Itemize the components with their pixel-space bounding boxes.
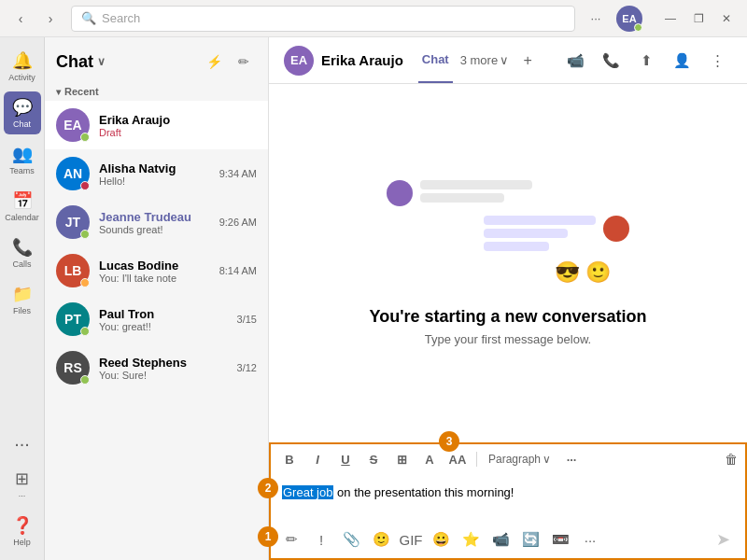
- step2-badge: 2: [258, 478, 278, 498]
- audio-call-button[interactable]: 📞: [596, 46, 626, 76]
- table-button[interactable]: ⊞: [390, 448, 413, 470]
- chat-time-jeanne: 9:26 AM: [219, 217, 257, 228]
- sidebar-item-apps[interactable]: ⊞ ···: [4, 463, 41, 506]
- header-contact-name: Erika Araujo: [321, 52, 403, 68]
- paragraph-select[interactable]: Paragraph ∨: [485, 451, 555, 468]
- back-button[interactable]: ‹: [7, 6, 34, 32]
- window-controls: — ❐ ✕: [657, 6, 740, 32]
- emoji-button[interactable]: 🙂: [368, 526, 394, 553]
- chat-item-jeanne[interactable]: JT Jeanne Trudeau Sounds great! 9:26 AM: [45, 198, 268, 246]
- chat-item-lucas[interactable]: LB Lucas Bodine You: I'll take note 8:14…: [45, 246, 268, 295]
- sidebar-item-chat[interactable]: 💬 Chat: [4, 91, 41, 134]
- step1-badge: 1: [258, 526, 278, 547]
- underline-button[interactable]: U: [334, 448, 357, 470]
- forward-button[interactable]: ›: [37, 6, 63, 32]
- more-actions-button[interactable]: ⋮: [702, 46, 732, 76]
- toolbar-divider: [476, 452, 477, 467]
- emoji-row: 😎 🙂: [387, 260, 629, 285]
- chat-preview-lucas: You: I'll take note: [99, 273, 210, 284]
- bubble-2: [420, 193, 504, 203]
- send-button[interactable]: ➤: [708, 525, 738, 554]
- more-tabs[interactable]: 3 more ∨: [460, 53, 509, 67]
- add-tab-button[interactable]: +: [516, 49, 539, 72]
- compose-input[interactable]: Great job on the presentation this morni…: [269, 474, 747, 521]
- pen-button[interactable]: ✏: [278, 526, 304, 553]
- header-avatar: EA: [284, 46, 314, 76]
- chat-item-alisha[interactable]: AN Alisha Natvig Hello! 9:34 AM: [45, 149, 268, 198]
- more-options-button[interactable]: ···: [583, 6, 609, 32]
- new-conversation-title: You're starting a new conversation: [369, 307, 646, 327]
- chat-item-erika[interactable]: EA Erika Araujo Draft: [45, 101, 268, 149]
- recent-section-label: ▾ Recent: [45, 82, 268, 101]
- screen-share-button[interactable]: ⬆: [631, 46, 661, 76]
- sidebar-item-calendar[interactable]: 📅 Calendar: [4, 185, 41, 228]
- video-clip-button[interactable]: 📼: [547, 526, 573, 553]
- praise-button[interactable]: ⭐: [458, 526, 484, 553]
- urgent-button[interactable]: !: [308, 526, 334, 553]
- chat-time-lucas: 8:14 AM: [219, 265, 257, 276]
- status-jeanne: [80, 230, 90, 239]
- sidebar-item-calls[interactable]: 📞 Calls: [4, 231, 41, 274]
- chat-time-alisha: 9:34 AM: [219, 168, 257, 179]
- chat-item-paul[interactable]: PT Paul Tron You: great!! 3/15: [45, 295, 268, 343]
- new-chat-button[interactable]: ✏: [231, 49, 257, 75]
- giphy-button[interactable]: GIF: [398, 526, 424, 553]
- avatar-jeanne: JT: [56, 205, 90, 239]
- chat-info-reed: Reed Stephens You: Sure!: [99, 356, 228, 381]
- video-call-button[interactable]: 📹: [560, 46, 590, 76]
- message-row-1: [387, 180, 629, 206]
- highlighted-text: Great job: [282, 485, 333, 499]
- message-row-2: [387, 216, 629, 251]
- chat-main: EA Erika Araujo Chat 3 more ∨ + 📹 📞 ⬆ 👤 …: [269, 37, 747, 560]
- sidebar-item-activity[interactable]: 🔔 Activity: [4, 45, 41, 88]
- chat-illustration: 😎 🙂: [387, 180, 629, 285]
- chat-preview-alisha: Hello!: [99, 175, 210, 187]
- avatar-erika: EA: [56, 108, 90, 142]
- header-right-actions: 📹 📞 ⬆ 👤 ⋮: [560, 46, 732, 76]
- chat-name-reed: Reed Stephens: [99, 356, 228, 370]
- avatar-paul: PT: [56, 302, 90, 336]
- bubble-4: [484, 229, 568, 238]
- sidebar-item-files[interactable]: 📁 Files: [4, 278, 41, 321]
- sticker-button[interactable]: 😀: [428, 526, 454, 553]
- highlight-button[interactable]: A: [418, 448, 441, 470]
- chat-tab[interactable]: Chat: [418, 37, 453, 83]
- discard-button[interactable]: 🗑: [725, 452, 738, 467]
- sidebar-item-teams[interactable]: 👥 Teams: [4, 138, 41, 181]
- more-icon: ···: [12, 433, 33, 454]
- chat-info-lucas: Lucas Bodine You: I'll take note: [99, 259, 210, 284]
- italic-button[interactable]: I: [306, 448, 329, 470]
- sidebar-item-help[interactable]: ❓ Help: [4, 510, 41, 553]
- minimize-button[interactable]: —: [657, 6, 684, 32]
- chat-preview-jeanne: Sounds great!: [99, 224, 210, 235]
- add-people-button[interactable]: 👤: [667, 46, 697, 76]
- calendar-icon: 📅: [12, 190, 33, 211]
- status-alisha: [80, 181, 90, 190]
- search-bar[interactable]: 🔍 Search: [71, 6, 575, 32]
- bubble-1: [420, 180, 532, 189]
- sidebar-item-more[interactable]: ···: [4, 427, 41, 459]
- loop-button[interactable]: 🔄: [517, 526, 543, 553]
- bold-button[interactable]: B: [278, 448, 301, 470]
- attach-button[interactable]: 📎: [338, 526, 364, 553]
- bubble-3: [484, 216, 596, 225]
- chat-name-erika: Erika Araujo: [99, 113, 257, 127]
- meet-now-button[interactable]: 📹: [487, 526, 514, 553]
- titlebar-actions: ··· EA: [583, 6, 642, 32]
- chat-list-actions: ⚡ ✏: [201, 49, 257, 75]
- avatar-reed: RS: [56, 351, 90, 385]
- status-paul: [80, 327, 90, 336]
- more-compose-button[interactable]: ···: [577, 526, 603, 553]
- compose-actions: ✏ ! 📎 🙂 GIF 😀 ⭐ 📹 🔄 📼 ··· ➤: [269, 521, 747, 560]
- search-icon: 🔍: [81, 11, 96, 25]
- chat-list-title: Chat ∨: [56, 52, 106, 72]
- strikethrough-button[interactable]: S: [362, 448, 385, 470]
- more-formatting-button[interactable]: ···: [560, 448, 583, 470]
- restore-button[interactable]: ❐: [685, 6, 712, 32]
- chat-name-paul: Paul Tron: [99, 307, 228, 321]
- filter-button[interactable]: ⚡: [201, 49, 227, 75]
- user-avatar[interactable]: EA: [616, 6, 642, 32]
- chat-item-reed[interactable]: RS Reed Stephens You: Sure! 3/12: [45, 343, 268, 392]
- message-bubbles-2: [484, 216, 596, 251]
- close-button[interactable]: ✕: [713, 6, 740, 32]
